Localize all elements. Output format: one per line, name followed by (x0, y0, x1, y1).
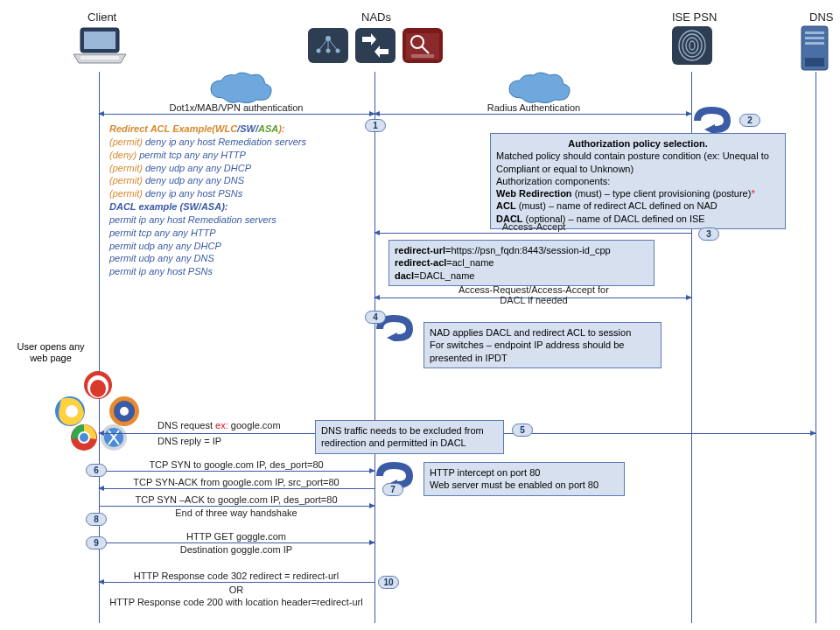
dns-server-icon (798, 24, 831, 74)
msg-auth2: Radius Authentication (464, 102, 604, 113)
msg-access-accept: Access-Accept (472, 221, 595, 232)
msg-resp302: HTTP Response code 302 redirect = redire… (114, 570, 359, 581)
ise-fingerprint-icon (670, 24, 714, 68)
browser-icons-cluster (46, 368, 150, 453)
step-badge-2: 2 (739, 114, 760, 127)
svg-rect-26 (805, 58, 824, 66)
step-badge-7: 7 (382, 483, 403, 496)
svg-point-34 (120, 407, 129, 416)
actor-client-label: Client (88, 10, 116, 24)
dns-note-box: DNS traffic needs to be excluded from re… (315, 420, 504, 454)
step-badge-4: 4 (365, 311, 386, 324)
step-badge-9: 9 (86, 536, 107, 550)
actor-ise-label: ISE PSN (672, 10, 717, 24)
arrow-tcp-synack (99, 488, 374, 489)
step-badge-8: 8 (86, 513, 107, 526)
actor-nads-label: NADs (361, 10, 391, 24)
msg-http-get: HTTP GET goggle.com (175, 531, 298, 542)
loop-arrow-icon (694, 107, 732, 135)
nad-applies-box: NAD applies DACL and redirect ACL to ses… (424, 322, 662, 368)
nad-icons (308, 24, 448, 70)
http-intercept-box: HTTP intercept on port 80 Web server mus… (424, 462, 625, 496)
lifeline-dns (816, 72, 816, 623)
msg-dns-reply: DNS reply = IP (158, 436, 221, 446)
arrow-auth-nad-ise (374, 114, 691, 115)
svg-point-29 (90, 380, 106, 397)
arrow-http-response (99, 582, 374, 583)
authorization-policy-box: Authorization policy selection. Matched … (490, 133, 786, 229)
svg-point-31 (66, 405, 78, 417)
msg-dacl-req: Access-Request/Access-Accept forDACL if … (446, 284, 621, 305)
arrow-access-accept (374, 233, 691, 234)
msg-dns-req: DNS request ex: google.com (158, 420, 281, 430)
arrow-tcp-ack (99, 506, 374, 507)
msg-http-dest: Destination goggle.com IP (175, 544, 298, 555)
acl-example-block: Redirect ACL Example(WLC/SW/ASA): (permi… (109, 122, 363, 278)
step-badge-6: 6 (86, 464, 107, 477)
arrow-tcp-syn (99, 471, 374, 472)
svg-rect-23 (805, 32, 824, 34)
msg-or: OR (219, 584, 254, 595)
actor-dns-label: DNS (809, 10, 833, 24)
arrow-auth-client-nad (99, 114, 374, 115)
msg-ack: TCP SYN –ACK to google.com IP, des_port=… (131, 494, 341, 505)
step-badge-3: 3 (698, 228, 719, 241)
msg-handshake-end: End of three way handshake (158, 508, 315, 518)
svg-rect-17 (672, 26, 712, 65)
redirect-params-box: redirect-url=https://psn_fqdn:8443/sessi… (388, 240, 654, 286)
svg-rect-24 (805, 37, 824, 39)
arrow-http-get (99, 542, 374, 543)
step-badge-10: 10 (378, 576, 399, 589)
svg-rect-2 (80, 56, 119, 60)
svg-rect-1 (84, 32, 116, 49)
svg-rect-25 (805, 42, 824, 45)
svg-rect-16 (411, 54, 434, 58)
user-opens-web-note: User opens any web page (7, 341, 94, 364)
msg-resp200: HTTP Response code 200 with location hea… (96, 597, 376, 607)
step-badge-5: 5 (512, 424, 533, 437)
laptop-icon (72, 24, 128, 68)
svg-rect-11 (355, 28, 396, 63)
step-badge-1: 1 (365, 119, 386, 132)
msg-synack: TCP SYN-ACK from google.com IP, src_port… (131, 477, 341, 487)
msg-auth1: Dot1x/MAB/VPN authentication (140, 102, 332, 113)
msg-syn: TCP SYN to google.com IP, des_port=80 (140, 459, 332, 470)
